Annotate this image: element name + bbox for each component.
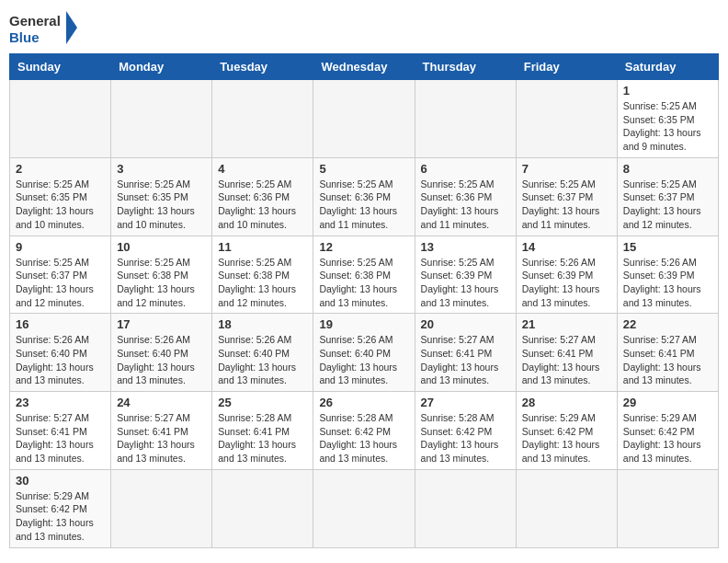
- calendar-cell: 13Sunrise: 5:25 AM Sunset: 6:39 PM Dayli…: [415, 236, 516, 314]
- calendar-cell: 30Sunrise: 5:29 AM Sunset: 6:42 PM Dayli…: [10, 469, 111, 547]
- calendar-cell: 21Sunrise: 5:27 AM Sunset: 6:41 PM Dayli…: [516, 314, 617, 392]
- day-info: Sunrise: 5:25 AM Sunset: 6:35 PM Dayligh…: [623, 99, 712, 154]
- calendar-cell: 8Sunrise: 5:25 AM Sunset: 6:37 PM Daylig…: [617, 157, 718, 236]
- calendar-week-row: 30Sunrise: 5:29 AM Sunset: 6:42 PM Dayli…: [10, 469, 719, 547]
- calendar-cell: 14Sunrise: 5:26 AM Sunset: 6:39 PM Dayli…: [516, 236, 617, 314]
- day-info: Sunrise: 5:26 AM Sunset: 6:40 PM Dayligh…: [16, 333, 105, 387]
- day-info: Sunrise: 5:28 AM Sunset: 6:41 PM Dayligh…: [218, 411, 307, 465]
- calendar-cell: [212, 80, 313, 158]
- day-number: 2: [16, 162, 105, 176]
- calendar-cell: [313, 469, 415, 547]
- logo: GeneralBlue: [9, 9, 83, 46]
- svg-text:Blue: Blue: [9, 29, 40, 45]
- calendar-cell: 12Sunrise: 5:25 AM Sunset: 6:38 PM Dayli…: [313, 236, 415, 314]
- calendar-cell: [212, 469, 313, 547]
- day-number: 3: [117, 162, 206, 176]
- logo-svg: GeneralBlue: [9, 9, 83, 46]
- calendar-cell: 6Sunrise: 5:25 AM Sunset: 6:36 PM Daylig…: [415, 157, 516, 236]
- day-number: 1: [623, 84, 712, 98]
- calendar-cell: 4Sunrise: 5:25 AM Sunset: 6:36 PM Daylig…: [212, 157, 313, 236]
- day-info: Sunrise: 5:25 AM Sunset: 6:37 PM Dayligh…: [623, 178, 712, 232]
- day-number: 23: [16, 396, 105, 409]
- day-number: 5: [319, 162, 408, 176]
- day-info: Sunrise: 5:25 AM Sunset: 6:38 PM Dayligh…: [218, 256, 307, 310]
- day-number: 14: [522, 240, 611, 254]
- calendar-cell: 25Sunrise: 5:28 AM Sunset: 6:41 PM Dayli…: [212, 392, 313, 470]
- calendar-week-row: 16Sunrise: 5:26 AM Sunset: 6:40 PM Dayli…: [10, 314, 719, 392]
- day-info: Sunrise: 5:25 AM Sunset: 6:39 PM Dayligh…: [421, 256, 510, 310]
- day-info: Sunrise: 5:27 AM Sunset: 6:41 PM Dayligh…: [522, 333, 611, 387]
- day-number: 8: [623, 162, 712, 176]
- header: GeneralBlue: [9, 9, 719, 46]
- day-number: 4: [218, 162, 307, 176]
- calendar-cell: [516, 80, 617, 158]
- day-info: Sunrise: 5:27 AM Sunset: 6:41 PM Dayligh…: [421, 333, 510, 387]
- weekday-header: Thursday: [415, 54, 516, 80]
- day-number: 21: [522, 317, 611, 331]
- weekday-header: Sunday: [10, 54, 111, 80]
- calendar-cell: 7Sunrise: 5:25 AM Sunset: 6:37 PM Daylig…: [516, 157, 617, 236]
- calendar-cell: 23Sunrise: 5:27 AM Sunset: 6:41 PM Dayli…: [10, 392, 111, 470]
- calendar-cell: 16Sunrise: 5:26 AM Sunset: 6:40 PM Dayli…: [10, 314, 111, 392]
- day-number: 9: [16, 240, 105, 254]
- calendar-week-row: 1Sunrise: 5:25 AM Sunset: 6:35 PM Daylig…: [10, 80, 719, 158]
- calendar-week-row: 9Sunrise: 5:25 AM Sunset: 6:37 PM Daylig…: [10, 236, 719, 314]
- weekday-header: Wednesday: [313, 54, 415, 80]
- calendar-cell: 11Sunrise: 5:25 AM Sunset: 6:38 PM Dayli…: [212, 236, 313, 314]
- weekday-header-row: SundayMondayTuesdayWednesdayThursdayFrid…: [10, 54, 719, 80]
- day-info: Sunrise: 5:25 AM Sunset: 6:35 PM Dayligh…: [117, 178, 206, 232]
- calendar-cell: 9Sunrise: 5:25 AM Sunset: 6:37 PM Daylig…: [10, 236, 111, 314]
- day-number: 24: [117, 396, 206, 409]
- day-info: Sunrise: 5:27 AM Sunset: 6:41 PM Dayligh…: [623, 333, 712, 387]
- calendar-cell: 1Sunrise: 5:25 AM Sunset: 6:35 PM Daylig…: [617, 80, 718, 158]
- calendar-cell: [617, 469, 718, 547]
- calendar-table: SundayMondayTuesdayWednesdayThursdayFrid…: [9, 53, 719, 548]
- day-info: Sunrise: 5:26 AM Sunset: 6:39 PM Dayligh…: [623, 256, 712, 310]
- calendar-cell: 18Sunrise: 5:26 AM Sunset: 6:40 PM Dayli…: [212, 314, 313, 392]
- day-number: 6: [421, 162, 510, 176]
- day-info: Sunrise: 5:26 AM Sunset: 6:40 PM Dayligh…: [218, 333, 307, 387]
- day-info: Sunrise: 5:26 AM Sunset: 6:40 PM Dayligh…: [319, 333, 408, 387]
- day-number: 28: [522, 396, 611, 409]
- day-info: Sunrise: 5:26 AM Sunset: 6:39 PM Dayligh…: [522, 256, 611, 310]
- day-info: Sunrise: 5:25 AM Sunset: 6:36 PM Dayligh…: [218, 178, 307, 232]
- day-number: 11: [218, 240, 307, 254]
- weekday-header: Saturday: [617, 54, 718, 80]
- day-info: Sunrise: 5:29 AM Sunset: 6:42 PM Dayligh…: [16, 489, 105, 544]
- calendar-cell: [313, 80, 415, 158]
- calendar-cell: 22Sunrise: 5:27 AM Sunset: 6:41 PM Dayli…: [617, 314, 718, 392]
- day-number: 12: [319, 240, 408, 254]
- day-info: Sunrise: 5:29 AM Sunset: 6:42 PM Dayligh…: [623, 411, 712, 465]
- day-number: 25: [218, 396, 307, 409]
- day-info: Sunrise: 5:27 AM Sunset: 6:41 PM Dayligh…: [16, 411, 105, 465]
- day-info: Sunrise: 5:25 AM Sunset: 6:35 PM Dayligh…: [16, 178, 105, 232]
- calendar-cell: [415, 80, 516, 158]
- day-number: 22: [623, 317, 712, 331]
- day-info: Sunrise: 5:25 AM Sunset: 6:38 PM Dayligh…: [117, 256, 206, 310]
- calendar-cell: 10Sunrise: 5:25 AM Sunset: 6:38 PM Dayli…: [111, 236, 212, 314]
- day-number: 7: [522, 162, 611, 176]
- svg-marker-2: [66, 11, 77, 44]
- calendar-cell: [415, 469, 516, 547]
- day-info: Sunrise: 5:25 AM Sunset: 6:37 PM Dayligh…: [16, 256, 105, 310]
- day-info: Sunrise: 5:28 AM Sunset: 6:42 PM Dayligh…: [421, 411, 510, 465]
- day-number: 10: [117, 240, 206, 254]
- calendar-cell: 2Sunrise: 5:25 AM Sunset: 6:35 PM Daylig…: [10, 157, 111, 236]
- calendar-cell: 17Sunrise: 5:26 AM Sunset: 6:40 PM Dayli…: [111, 314, 212, 392]
- day-number: 29: [623, 396, 712, 409]
- day-number: 15: [623, 240, 712, 254]
- calendar-cell: 27Sunrise: 5:28 AM Sunset: 6:42 PM Dayli…: [415, 392, 516, 470]
- weekday-header: Monday: [111, 54, 212, 80]
- day-info: Sunrise: 5:27 AM Sunset: 6:41 PM Dayligh…: [117, 411, 206, 465]
- day-number: 27: [421, 396, 510, 409]
- calendar-week-row: 23Sunrise: 5:27 AM Sunset: 6:41 PM Dayli…: [10, 392, 719, 470]
- day-info: Sunrise: 5:28 AM Sunset: 6:42 PM Dayligh…: [319, 411, 408, 465]
- calendar-cell: 26Sunrise: 5:28 AM Sunset: 6:42 PM Dayli…: [313, 392, 415, 470]
- svg-text:General: General: [9, 13, 61, 29]
- calendar-cell: [111, 469, 212, 547]
- calendar-cell: 20Sunrise: 5:27 AM Sunset: 6:41 PM Dayli…: [415, 314, 516, 392]
- calendar-cell: 28Sunrise: 5:29 AM Sunset: 6:42 PM Dayli…: [516, 392, 617, 470]
- day-number: 30: [16, 474, 105, 488]
- day-info: Sunrise: 5:25 AM Sunset: 6:36 PM Dayligh…: [421, 178, 510, 232]
- calendar-cell: 24Sunrise: 5:27 AM Sunset: 6:41 PM Dayli…: [111, 392, 212, 470]
